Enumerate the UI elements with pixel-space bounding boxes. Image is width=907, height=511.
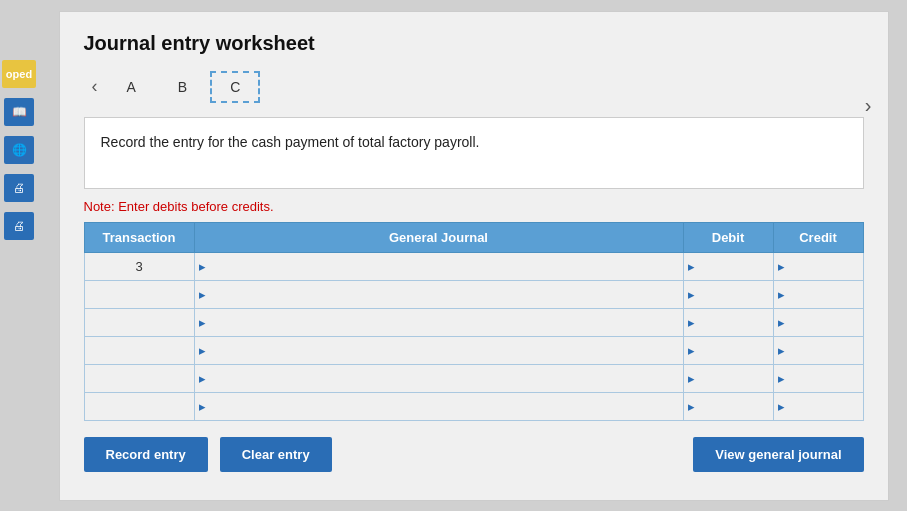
journal-table: Transaction General Journal Debit Credit…	[84, 222, 864, 421]
credit-arrow-icon: ▸	[774, 315, 785, 330]
general-journal-input[interactable]	[206, 393, 683, 420]
debit-cell[interactable]: ▸	[683, 308, 773, 336]
debit-input[interactable]	[695, 253, 773, 280]
journal-entry-worksheet-panel: Journal entry worksheet ‹ A B C › Record…	[59, 11, 889, 501]
tab-c[interactable]: C	[210, 71, 260, 103]
sidebar: oped 📖 🌐 🖨 🖨	[0, 0, 38, 511]
sidebar-globe-icon[interactable]: 🌐	[4, 136, 34, 164]
credit-input[interactable]	[785, 337, 863, 364]
debit-arrow-icon: ▸	[684, 399, 695, 414]
general-journal-cell[interactable]: ▸	[194, 336, 683, 364]
sidebar-book-icon[interactable]: 📖	[4, 98, 34, 126]
col-transaction: Transaction	[84, 222, 194, 252]
transaction-cell	[84, 336, 194, 364]
general-journal-cell[interactable]: ▸	[194, 252, 683, 280]
table-row: 3▸▸▸	[84, 252, 863, 280]
general-journal-cell[interactable]: ▸	[194, 392, 683, 420]
transaction-cell: 3	[84, 252, 194, 280]
cell-arrow-icon: ▸	[195, 259, 206, 274]
general-journal-input[interactable]	[206, 253, 683, 280]
credit-cell[interactable]: ▸	[773, 392, 863, 420]
transaction-cell	[84, 308, 194, 336]
general-journal-input[interactable]	[206, 365, 683, 392]
debit-arrow-icon: ▸	[684, 315, 695, 330]
cell-arrow-icon: ▸	[195, 399, 206, 414]
view-general-journal-button[interactable]: View general journal	[693, 437, 863, 472]
debit-arrow-icon: ▸	[684, 371, 695, 386]
table-row: ▸▸▸	[84, 336, 863, 364]
table-row: ▸▸▸	[84, 364, 863, 392]
credit-arrow-icon: ▸	[774, 371, 785, 386]
general-journal-input[interactable]	[206, 309, 683, 336]
instruction-text: Record the entry for the cash payment of…	[101, 134, 480, 150]
cell-arrow-icon: ▸	[195, 287, 206, 302]
debit-input[interactable]	[695, 281, 773, 308]
transaction-cell	[84, 364, 194, 392]
debit-input[interactable]	[695, 393, 773, 420]
credit-input[interactable]	[785, 281, 863, 308]
table-row: ▸▸▸	[84, 280, 863, 308]
credit-input[interactable]	[785, 253, 863, 280]
debit-input[interactable]	[695, 309, 773, 336]
sidebar-badge: oped	[2, 60, 36, 88]
credit-cell[interactable]: ▸	[773, 336, 863, 364]
cell-arrow-icon: ▸	[195, 315, 206, 330]
credit-arrow-icon: ▸	[774, 287, 785, 302]
cell-arrow-icon: ▸	[195, 371, 206, 386]
debit-cell[interactable]: ▸	[683, 336, 773, 364]
general-journal-input[interactable]	[206, 337, 683, 364]
general-journal-input[interactable]	[206, 281, 683, 308]
sidebar-print2-icon[interactable]: 🖨	[4, 212, 34, 240]
transaction-cell	[84, 280, 194, 308]
note-text: Note: Enter debits before credits.	[84, 199, 864, 214]
tabs-row: ‹ A B C	[84, 71, 864, 103]
col-debit: Debit	[683, 222, 773, 252]
credit-cell[interactable]: ▸	[773, 252, 863, 280]
table-row: ▸▸▸	[84, 392, 863, 420]
credit-cell[interactable]: ▸	[773, 280, 863, 308]
cell-arrow-icon: ▸	[195, 343, 206, 358]
sidebar-print-icon[interactable]: 🖨	[4, 174, 34, 202]
general-journal-cell[interactable]: ▸	[194, 308, 683, 336]
table-row: ▸▸▸	[84, 308, 863, 336]
transaction-cell	[84, 392, 194, 420]
tab-a[interactable]: A	[108, 72, 155, 102]
credit-input[interactable]	[785, 393, 863, 420]
debit-cell[interactable]: ▸	[683, 364, 773, 392]
debit-cell[interactable]: ▸	[683, 392, 773, 420]
col-credit: Credit	[773, 222, 863, 252]
debit-cell[interactable]: ▸	[683, 280, 773, 308]
record-entry-button[interactable]: Record entry	[84, 437, 208, 472]
tab-prev-arrow[interactable]: ‹	[84, 72, 106, 101]
debit-input[interactable]	[695, 337, 773, 364]
instruction-box: Record the entry for the cash payment of…	[84, 117, 864, 189]
tab-b[interactable]: B	[159, 72, 206, 102]
debit-input[interactable]	[695, 365, 773, 392]
credit-cell[interactable]: ▸	[773, 364, 863, 392]
buttons-row: Record entry Clear entry View general jo…	[84, 437, 864, 472]
debit-arrow-icon: ▸	[684, 259, 695, 274]
general-journal-cell[interactable]: ▸	[194, 364, 683, 392]
debit-arrow-icon: ▸	[684, 343, 695, 358]
credit-input[interactable]	[785, 309, 863, 336]
general-journal-cell[interactable]: ▸	[194, 280, 683, 308]
col-general-journal: General Journal	[194, 222, 683, 252]
credit-cell[interactable]: ▸	[773, 308, 863, 336]
credit-arrow-icon: ▸	[774, 343, 785, 358]
credit-arrow-icon: ▸	[774, 399, 785, 414]
credit-arrow-icon: ▸	[774, 259, 785, 274]
tab-next-arrow[interactable]: ›	[865, 94, 872, 117]
debit-cell[interactable]: ▸	[683, 252, 773, 280]
clear-entry-button[interactable]: Clear entry	[220, 437, 332, 472]
credit-input[interactable]	[785, 365, 863, 392]
page-title: Journal entry worksheet	[84, 32, 864, 55]
debit-arrow-icon: ▸	[684, 287, 695, 302]
